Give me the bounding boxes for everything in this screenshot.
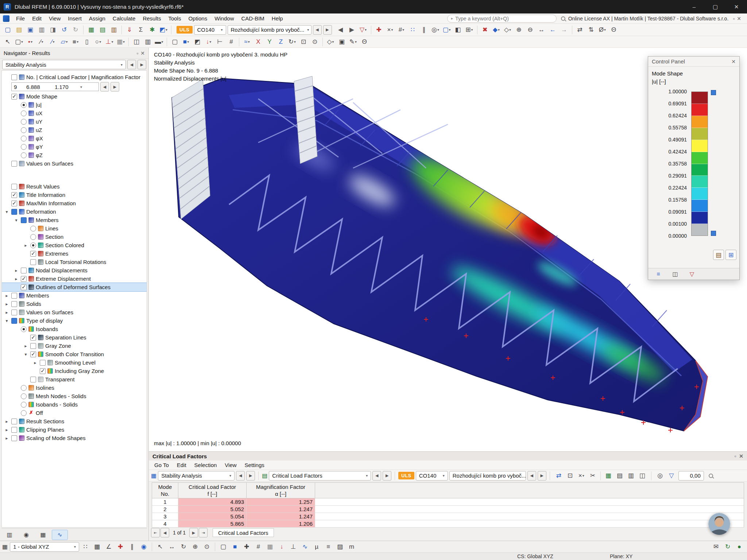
tree-item-u[interactable]: |u| xyxy=(2,101,147,109)
menu-options[interactable]: Options xyxy=(185,14,211,23)
tree-item-solids[interactable]: ▸Solids xyxy=(2,300,147,308)
previous-view-button[interactable]: ← xyxy=(547,25,558,35)
checkbox-outlines-of-deformed-surfaces[interactable] xyxy=(21,284,27,290)
table-columns-button[interactable]: ◫ xyxy=(637,471,648,481)
next-page-button[interactable]: ▶ xyxy=(189,528,198,537)
cartesian-axes-button[interactable]: ✚ xyxy=(115,542,126,552)
zoom-all-button[interactable]: ⊙ xyxy=(309,37,320,47)
previous-page-button[interactable]: ◀ xyxy=(160,528,169,537)
expand-open-icon[interactable]: ▾ xyxy=(23,352,28,357)
navigator-close-button[interactable]: ✕ xyxy=(140,50,145,56)
notes-button[interactable]: ✎▾ xyxy=(348,37,359,47)
checkbox-mode-shape[interactable] xyxy=(11,94,17,100)
zoom-mode-button[interactable]: ⊕ xyxy=(190,542,201,552)
object-snap-button[interactable]: ∷ xyxy=(407,25,418,35)
table-close-button[interactable]: ✕ xyxy=(739,453,743,459)
cut-table-button[interactable]: ✂ xyxy=(587,471,598,481)
section-plane-button[interactable]: ⊞▾ xyxy=(464,25,475,35)
tree-item-y[interactable]: φY xyxy=(2,143,147,151)
table-row-mode-4[interactable]: 45.8651.206 xyxy=(152,520,744,528)
column-header-magnification-factor[interactable]: Magnification Factorα [--] xyxy=(247,483,315,498)
checkbox-values-on-surfaces[interactable] xyxy=(11,310,17,315)
print-graphic-button[interactable]: ▥ xyxy=(36,25,47,35)
table-layout-button[interactable]: ▥ xyxy=(626,471,636,481)
units-status-button[interactable]: m xyxy=(346,542,357,552)
calculate-all-button[interactable]: ✱ xyxy=(147,25,158,35)
navigator-toggle-button[interactable]: ◫ xyxy=(131,37,142,47)
table-type-dropdown[interactable]: Critical Load Factors▾ xyxy=(269,471,371,481)
expand-open-icon[interactable]: ▾ xyxy=(4,209,9,214)
radio-lines[interactable] xyxy=(30,226,36,232)
analysis-prev-button[interactable]: ◀ xyxy=(236,471,245,481)
navigator-float-button[interactable]: ▫ xyxy=(136,50,138,56)
tree-item-isobands[interactable]: Isobands xyxy=(2,325,147,333)
tree-item-ux[interactable]: uX xyxy=(2,109,147,117)
expand-open-icon[interactable]: ▾ xyxy=(4,318,9,323)
tree-item-type-of-display[interactable]: ▾Type of display xyxy=(2,316,147,325)
tree-item-isolines[interactable]: Isolines xyxy=(2,384,147,392)
expand-open-icon[interactable]: ▾ xyxy=(13,218,19,223)
table-values-display-button[interactable]: ×▾ xyxy=(576,471,587,481)
menu-insert[interactable]: Insert xyxy=(64,14,85,23)
maximize-button[interactable]: ▢ xyxy=(705,0,726,13)
tree-item-extremes[interactable]: Extremes xyxy=(2,249,147,258)
load-combinations-button[interactable]: Σ xyxy=(135,25,146,35)
messages-button[interactable]: ✉ xyxy=(711,542,721,552)
column-header-mode[interactable]: ModeNo. xyxy=(152,483,178,498)
user-views-button[interactable]: ◇▾ xyxy=(325,37,336,47)
menu-close-button[interactable]: ✕ xyxy=(737,16,741,22)
report-printout-button[interactable]: ▥ xyxy=(108,25,119,35)
menu-calculate[interactable]: Calculate xyxy=(109,14,139,23)
load-next-button[interactable]: ▶ xyxy=(538,471,546,481)
analysis-type-dropdown[interactable]: Stability Analysis▾ xyxy=(2,60,126,69)
checkbox-type-of-display[interactable] xyxy=(11,318,17,324)
rendering-mode-button[interactable]: ◆▾ xyxy=(491,25,502,35)
tree-item-isobands-solids[interactable]: Isobands - Solids xyxy=(2,400,147,409)
tree-item-gray-zone[interactable]: ▸Gray Zone xyxy=(2,342,147,350)
navigator-tab-views[interactable]: ▦ xyxy=(35,530,51,540)
open-model-button[interactable]: ▤ xyxy=(13,25,24,35)
expand-closed-icon[interactable]: ▸ xyxy=(13,276,19,281)
view-y-button[interactable]: Y xyxy=(264,37,275,47)
tree-item-local-torsional-rotations[interactable]: Local Torsional Rotations xyxy=(2,258,147,266)
radio-uz[interactable] xyxy=(21,127,27,133)
wireframe-display-button[interactable]: ▢ xyxy=(169,37,180,47)
expand-closed-icon[interactable]: ▸ xyxy=(4,419,9,424)
table-menu-edit[interactable]: Edit xyxy=(173,461,190,469)
mode-next-button[interactable]: ▶ xyxy=(111,82,119,92)
expand-closed-icon[interactable]: ▸ xyxy=(4,302,9,307)
tree-item-members[interactable]: ▾Members xyxy=(2,216,147,224)
radio-isolines[interactable] xyxy=(21,385,27,391)
tree-item-smooth-color-transition[interactable]: ▾Smooth Color Transition xyxy=(2,350,147,358)
control-panel-header[interactable]: Control Panel ✕ xyxy=(648,57,739,67)
show-loads-button[interactable]: ↓▾ xyxy=(203,37,214,47)
visibility-button[interactable]: ◎▾ xyxy=(430,25,441,35)
generate-mesh-button[interactable]: ▦▾ xyxy=(115,37,126,47)
radio-z[interactable] xyxy=(21,152,27,158)
result-section-button[interactable]: ≈▾ xyxy=(241,37,252,47)
navigator-tab-display[interactable]: ◉ xyxy=(18,530,34,540)
mirror-copy-button[interactable]: ⇅ xyxy=(586,25,597,35)
pan-mode-button[interactable]: ↔ xyxy=(166,542,177,552)
menu-window[interactable]: Window xyxy=(211,14,237,23)
result-filter-button[interactable]: ▽▾ xyxy=(358,25,369,35)
coordinate-system-dropdown[interactable]: 1 - Global XYZ▾ xyxy=(10,542,79,552)
table-result-eye-button[interactable]: ◎ xyxy=(655,471,666,481)
select-objects-button[interactable]: ▢▾ xyxy=(441,25,452,35)
expand-closed-icon[interactable]: ▸ xyxy=(4,293,9,298)
tree-item-z[interactable]: φZ xyxy=(2,151,147,159)
tree-item-mode-shape[interactable]: Mode Shape xyxy=(2,92,147,101)
radio-x[interactable] xyxy=(21,136,27,141)
dimensions-button[interactable]: ×▾ xyxy=(385,25,396,35)
table-row-mode-3[interactable]: 35.0541.247 xyxy=(152,513,744,520)
column-header-critical-load-factor[interactable]: Critical Load Factorf [--] xyxy=(178,483,247,498)
expand-closed-icon[interactable]: ▸ xyxy=(23,343,28,349)
checkbox-smooth-color-transition[interactable] xyxy=(30,351,36,357)
checkbox-members[interactable] xyxy=(11,293,17,299)
object-snap-status-button[interactable]: ◉ xyxy=(138,542,149,552)
color-scale[interactable] xyxy=(691,92,708,236)
display-settings-button[interactable]: Θ xyxy=(359,37,370,47)
navigator-tab-data[interactable]: ▥ xyxy=(1,530,18,540)
checkbox-extreme-displacement[interactable] xyxy=(21,276,27,282)
close-button[interactable]: ✕ xyxy=(726,0,747,13)
